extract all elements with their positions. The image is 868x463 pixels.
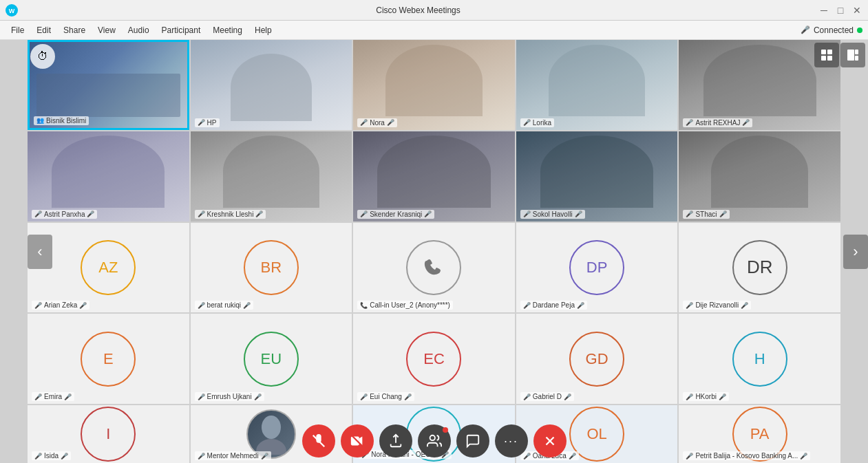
participant-label-arian: 🎤 Arian Zeka 🎤 [32, 301, 89, 310]
participant-cell-isida: I 🎤 Isida 🎤 [28, 405, 189, 463]
end-call-button[interactable] [533, 424, 567, 457]
participant-cell-dardane: DP 🎤 Dardane Peja 🎤 [516, 223, 678, 313]
window-controls: ─ □ ✕ [818, 5, 862, 16]
participants-button[interactable] [418, 424, 451, 457]
avatar-hkorbi: H [732, 332, 787, 387]
participant-name-dardane: Dardane Peja [533, 301, 575, 309]
participant-cell-lorika: 🎤 Lorika [516, 40, 678, 130]
participant-cell-gabriel: GD 🎤 Gabriel D 🎤 [516, 314, 678, 404]
video-feed-kreshnik [191, 131, 352, 222]
mute-isida: 🎤 [61, 453, 68, 460]
svg-rect-6 [821, 56, 826, 61]
participant-name-nora: Nora [370, 119, 385, 127]
mic-icon-emrush: 🎤 [198, 394, 205, 400]
arrow-right-icon: › [853, 243, 858, 261]
participant-name-arian: Arian Zeka [44, 301, 77, 309]
mute-dardane: 🎤 [577, 302, 584, 309]
maximize-button[interactable]: □ [835, 5, 846, 16]
participant-name-emira: Emira [44, 393, 62, 400]
video-grid: 👥 Bisnik Bislimi 🎤 HP 🎤 Nora 🎤 [0, 40, 868, 463]
participant-cell-callin: 📞 Call-in User_2 (Anony****) [353, 223, 515, 313]
grid-view-button[interactable] [814, 43, 839, 67]
svg-point-15 [430, 435, 434, 440]
participant-label-mentor: 🎤 Mentor Mehmedi 🎤 [195, 451, 271, 460]
video-feed-hp [191, 40, 352, 130]
mic-icon-petrit: 🎤 [686, 453, 693, 460]
mic-icon-kreshnik: 🎤 [198, 211, 205, 217]
arrow-left-icon: ‹ [37, 243, 42, 261]
participant-label-bisnik: 👥 Bisnik Bislimi [34, 116, 89, 125]
stop-video-button[interactable] [341, 424, 374, 457]
more-options-button[interactable]: ··· [495, 424, 528, 457]
mic-icon-astrit-r: 🎤 [686, 119, 693, 126]
svg-rect-8 [847, 50, 854, 61]
avatar-gabriel: GD [569, 332, 624, 387]
participant-label-lorika: 🎤 Lorika [520, 118, 554, 127]
participant-label-hp: 🎤 HP [195, 118, 220, 127]
mic-icon-isida: 🎤 [34, 453, 42, 460]
menu-file[interactable]: File [6, 23, 30, 37]
participant-label-sokol: 🎤 Sokol Havolli 🎤 [520, 210, 585, 219]
svg-text:W: W [9, 8, 15, 14]
menu-help[interactable]: Help [249, 23, 277, 37]
mute-button[interactable] [302, 424, 335, 457]
share-button[interactable] [379, 424, 412, 457]
mic-icon-mentor: 🎤 [198, 453, 205, 460]
connected-label: Connected [814, 25, 854, 35]
participant-name-emrush: Emrush Ujkani [207, 393, 252, 400]
mute-hkorbi: 🎤 [719, 394, 726, 400]
participant-label-petrit: 🎤 Petrit Balija - Kosovo Banking A... 🎤 [683, 451, 810, 460]
participant-name-hp: HP [207, 119, 217, 127]
mic-icon-sokol: 🎤 [523, 211, 531, 217]
title-bar: W Cisco Webex Meetings ─ □ ✕ [0, 0, 868, 21]
video-feed-lorika [516, 40, 678, 130]
mic-icon-hkorbi: 🎤 [686, 394, 693, 400]
participant-cell-emrush: EU 🎤 Emrush Ujkani 🎤 [191, 314, 352, 404]
svg-rect-7 [827, 56, 832, 61]
layout-view-button[interactable] [840, 43, 865, 67]
mute-icon-kreshnik: 🎤 [255, 211, 263, 217]
mic-icon-eui: 🎤 [360, 394, 368, 400]
participant-label-hkorbi: 🎤 HKorbi 🎤 [683, 392, 729, 401]
avatar-eui: EC [406, 332, 461, 387]
participant-cell-berat: BR 🎤 berat rukiqi 🎤 [191, 223, 352, 313]
minimize-button[interactable]: ─ [818, 5, 829, 16]
participant-label-nora: 🎤 Nora 🎤 [357, 118, 397, 127]
participant-cell-astrit-p: 🎤 Astrit Panxha 🎤 [28, 131, 189, 222]
menu-share[interactable]: Share [58, 23, 91, 37]
video-feed-sthaci [679, 131, 840, 222]
participant-name-mentor: Mentor Mehmedi [207, 452, 259, 460]
participant-cell-eui: EC 🎤 Eui Chang 🎤 [353, 314, 515, 404]
menu-meeting[interactable]: Meeting [207, 23, 248, 37]
participant-name-isida: Isida [44, 452, 59, 460]
next-page-arrow[interactable]: › [843, 235, 868, 269]
participant-name-callin: Call-in User_2 (Anony****) [370, 301, 450, 309]
mute-arian: 🎤 [79, 302, 87, 309]
avatar-emrush: EU [244, 332, 299, 387]
participant-label-dardane: 🎤 Dardane Peja 🎤 [520, 301, 587, 310]
chat-button[interactable] [456, 424, 489, 457]
menu-audio[interactable]: Audio [123, 23, 155, 37]
mute-oana: 🎤 [569, 453, 576, 460]
participant-label-emira: 🎤 Emira 🎤 [32, 392, 74, 401]
video-feed-sokol [516, 131, 678, 222]
mic-icon-dije: 🎤 [686, 302, 693, 309]
prev-page-arrow[interactable]: ‹ [28, 235, 52, 269]
participant-label-astrit-r: 🎤 Astrit REXHAJ 🎤 [683, 118, 752, 127]
svg-rect-5 [827, 50, 832, 54]
mic-icon-hp: 🎤 [198, 119, 205, 126]
participant-name-petrit: Petrit Balija - Kosovo Banking A... [695, 452, 798, 460]
participant-label-sthaci: 🎤 SThaci 🎤 [683, 210, 729, 219]
participant-cell-skender: 🎤 Skender Krasniqi 🎤 [353, 131, 515, 222]
participant-cell-sokol: 🎤 Sokol Havolli 🎤 [516, 131, 678, 222]
menu-view[interactable]: View [92, 23, 121, 37]
close-button[interactable]: ✕ [851, 5, 862, 16]
menu-participant[interactable]: Participant [156, 23, 207, 37]
mic-icon-arian: 🎤 [34, 302, 42, 309]
participant-label-callin: 📞 Call-in User_2 (Anony****) [357, 301, 453, 310]
mic-icon-lorika: 🎤 [523, 119, 531, 126]
timer-button[interactable]: ⏱ [30, 44, 55, 69]
mic-icon-ap: 🎤 [34, 211, 42, 217]
svg-rect-4 [821, 50, 826, 54]
menu-edit[interactable]: Edit [31, 23, 56, 37]
